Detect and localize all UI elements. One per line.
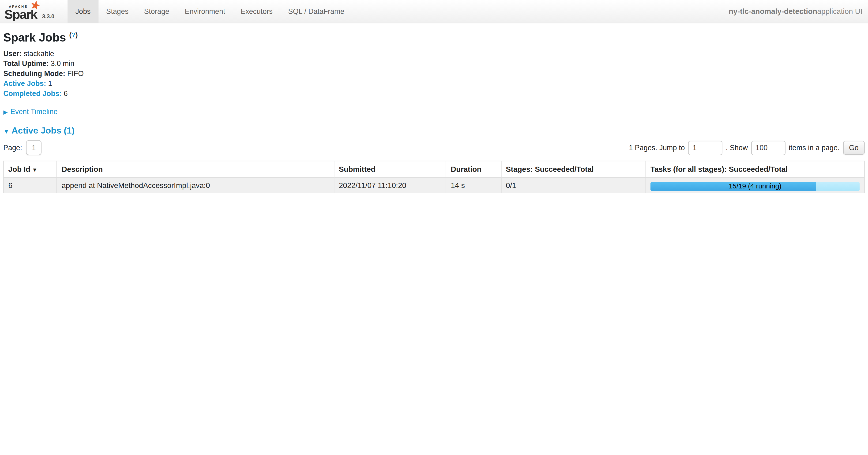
active-jobs-table: Job Id▼ Description Submitted Duration S… (3, 161, 865, 193)
page-size-input[interactable] (751, 141, 785, 155)
app-name: ny-tlc-anomaly-detection (729, 7, 817, 16)
navbar: APACHE Spark ★ 3.3.0 Jobs Stages Storage… (0, 0, 868, 23)
nav-spacer (352, 0, 729, 23)
main-content: Spark Jobs (?) User: stackable Total Upt… (0, 31, 868, 193)
job-id-header[interactable]: Job Id▼ (3, 161, 57, 178)
caret-down-icon: ▼ (3, 128, 9, 135)
active-jobs-link[interactable]: Active Jobs: (3, 79, 46, 88)
description-text: append at NativeMethodAccessorImpl.java:… (62, 181, 329, 189)
event-timeline-label: Event Timeline (10, 108, 57, 116)
description-header[interactable]: Description (57, 161, 334, 178)
app-ui-suffix: application UI (817, 7, 862, 16)
summary-scheduling-mode: Scheduling Mode: FIFO (3, 69, 865, 79)
sort-desc-icon: ▼ (32, 167, 37, 173)
summary-user: User: stackable (3, 49, 865, 59)
pagination-row: Page: 1 1 Pages. Jump to . Show items in… (3, 140, 865, 155)
duration-header[interactable]: Duration (446, 161, 501, 178)
tasks-cell: 15/19 (4 running) (646, 178, 865, 193)
tab-stages[interactable]: Stages (98, 0, 136, 23)
event-timeline-toggle[interactable]: ▶Event Timeline (3, 108, 865, 116)
job-id-cell: 6 (3, 178, 57, 193)
submitted-cell: 2022/11/07 11:10:20 (334, 178, 446, 193)
caret-right-icon: ▶ (3, 109, 7, 115)
summary-completed-jobs: Completed Jobs: 6 (3, 89, 865, 99)
spark-logo-mark: APACHE Spark ★ (4, 1, 40, 21)
tab-jobs[interactable]: Jobs (68, 0, 98, 23)
progress-bar: 15/19 (4 running) (650, 182, 860, 191)
active-jobs-header-row: Job Id▼ Description Submitted Duration S… (3, 161, 864, 178)
completed-jobs-link[interactable]: Completed Jobs: (3, 89, 62, 97)
active-jobs-heading[interactable]: ▼Active Jobs (1) (3, 126, 865, 136)
tasks-header[interactable]: Tasks (for all stages): Succeeded/Total (646, 161, 865, 178)
show-text: . Show (726, 144, 748, 152)
question-mark-icon: ? (71, 31, 75, 39)
duration-cell: 14 s (446, 178, 501, 193)
progress-label: 15/19 (4 running) (650, 182, 860, 191)
jump-to-input[interactable] (688, 141, 722, 155)
description-cell: append at NativeMethodAccessorImpl.java:… (57, 178, 334, 193)
page-label: Page: (3, 144, 22, 152)
page-title: Spark Jobs (?) (3, 31, 865, 44)
nav-tabs: Jobs Stages Storage Environment Executor… (68, 0, 352, 23)
page-title-text: Spark Jobs (3, 31, 66, 44)
pages-text: 1 Pages. Jump to (629, 144, 685, 152)
stages-cell: 0/1 (501, 178, 646, 193)
summary-active-jobs: Active Jobs: 1 (3, 79, 865, 89)
tab-executors[interactable]: Executors (233, 0, 281, 23)
summary-uptime: Total Uptime: 3.0 min (3, 59, 865, 69)
items-text: items in a page. (789, 144, 840, 152)
page-button[interactable]: 1 (26, 140, 41, 155)
stages-header[interactable]: Stages: Succeeded/Total (501, 161, 646, 178)
tab-environment[interactable]: Environment (177, 0, 233, 23)
tab-storage[interactable]: Storage (136, 0, 177, 23)
spark-star-icon: ★ (29, 0, 42, 13)
application-id: ny-tlc-anomaly-detection application UI (729, 0, 868, 23)
active-job-row: 6 append at NativeMethodAccessorImpl.jav… (3, 178, 864, 193)
go-button[interactable]: Go (843, 141, 865, 154)
help-link[interactable]: (?) (69, 31, 78, 39)
spark-ui-page: APACHE Spark ★ 3.3.0 Jobs Stages Storage… (0, 0, 868, 193)
spark-version: 3.3.0 (42, 13, 54, 21)
submitted-header[interactable]: Submitted (334, 161, 446, 178)
tab-sql-dataframe[interactable]: SQL / DataFrame (280, 0, 352, 23)
summary-list: User: stackable Total Uptime: 3.0 min Sc… (3, 49, 865, 99)
spark-logo[interactable]: APACHE Spark ★ 3.3.0 (0, 0, 60, 23)
